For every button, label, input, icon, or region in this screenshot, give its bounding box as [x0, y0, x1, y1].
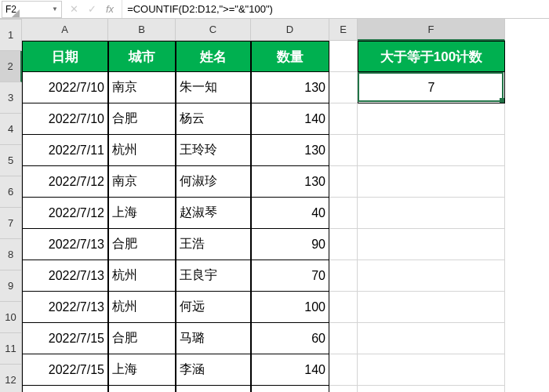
col-header-C[interactable]: C	[176, 19, 251, 41]
cell-E2[interactable]	[329, 72, 358, 103]
formula-bar: F2 ▼ ✕ ✓ fx =COUNTIF(D2:D12,">="&"100")	[0, 0, 549, 19]
row-header-1[interactable]: 1	[0, 20, 22, 51]
cell-A8[interactable]: 2022/7/13	[22, 260, 108, 292]
cell-F6[interactable]	[358, 198, 505, 229]
row-header-12[interactable]: 12	[0, 365, 22, 392]
cell-C12[interactable]: 李怡佳	[176, 386, 251, 392]
cell-E3[interactable]	[329, 103, 358, 135]
row-header-8[interactable]: 8	[0, 239, 22, 270]
confirm-icon: ✓	[88, 3, 96, 15]
cell-D11[interactable]: 140	[251, 354, 329, 386]
cell-E8[interactable]	[329, 260, 358, 292]
cell-D3[interactable]: 140	[251, 103, 329, 135]
cell-E5[interactable]	[329, 166, 358, 198]
cell-A6[interactable]: 2022/7/12	[22, 198, 108, 229]
cell-E12[interactable]	[329, 386, 358, 392]
cell-A7[interactable]: 2022/7/13	[22, 229, 108, 260]
cell-F2[interactable]: 7	[358, 72, 505, 103]
cell-B3[interactable]: 合肥	[108, 103, 176, 135]
cell-C11[interactable]: 李涵	[176, 354, 251, 386]
row-header-7[interactable]: 7	[0, 208, 22, 239]
cell-A10[interactable]: 2022/7/15	[22, 323, 108, 354]
cell-A3[interactable]: 2022/7/10	[22, 103, 108, 135]
col-header-E[interactable]: E	[329, 19, 358, 41]
cell-C7[interactable]: 王浩	[176, 229, 251, 260]
name-box[interactable]: F2 ▼	[2, 1, 62, 18]
cell-B10[interactable]: 合肥	[108, 323, 176, 354]
cell-A12[interactable]: 2022/7/16	[22, 386, 108, 392]
header-B[interactable]: 城市	[108, 41, 176, 72]
row-header-3[interactable]: 3	[0, 82, 22, 114]
cell-D6[interactable]: 40	[251, 198, 329, 229]
cell-F3[interactable]	[358, 103, 505, 135]
cancel-icon: ✕	[70, 3, 78, 15]
cell-C4[interactable]: 王玲玲	[176, 135, 251, 166]
cell-D9[interactable]: 100	[251, 292, 329, 323]
cell-B8[interactable]: 杭州	[108, 260, 176, 292]
cell-B2[interactable]: 南京	[108, 72, 176, 103]
cell-B9[interactable]: 杭州	[108, 292, 176, 323]
cell-B7[interactable]: 合肥	[108, 229, 176, 260]
cell-A9[interactable]: 2022/7/13	[22, 292, 108, 323]
row-header-11[interactable]: 11	[0, 333, 22, 365]
cell-B6[interactable]: 上海	[108, 198, 176, 229]
cell-F12[interactable]	[358, 386, 505, 392]
cell-B11[interactable]: 上海	[108, 354, 176, 386]
col-header-B[interactable]: B	[108, 19, 176, 41]
cell-C3[interactable]: 杨云	[176, 103, 251, 135]
cell-F5[interactable]	[358, 166, 505, 198]
cell-D7[interactable]: 90	[251, 229, 329, 260]
cell-B12[interactable]: 南京	[108, 386, 176, 392]
row-header-4[interactable]: 4	[0, 114, 22, 145]
col-header-F[interactable]: F	[358, 19, 505, 41]
cell-C10[interactable]: 马璐	[176, 323, 251, 354]
cell-E6[interactable]	[329, 198, 358, 229]
header-F[interactable]: 大于等于100计数	[358, 41, 505, 72]
formula-bar-buttons: ✕ ✓ fx	[62, 0, 122, 18]
col-header-D[interactable]: D	[251, 19, 329, 41]
row-header-5[interactable]: 5	[0, 145, 22, 176]
cell-A4[interactable]: 2022/7/11	[22, 135, 108, 166]
cell-D12[interactable]: 130	[251, 386, 329, 392]
cell-C6[interactable]: 赵淑琴	[176, 198, 251, 229]
row-header-2[interactable]: 2	[0, 51, 22, 82]
fx-icon[interactable]: fx	[106, 3, 114, 15]
cell-C8[interactable]: 王良宇	[176, 260, 251, 292]
row-header-10[interactable]: 10	[0, 302, 22, 333]
cell-D8[interactable]: 70	[251, 260, 329, 292]
spreadsheet: 123456789101112 ABCDEF 日期城市姓名数量大于等于100计数…	[0, 19, 549, 392]
col-header-A[interactable]: A	[22, 19, 108, 41]
cell-A5[interactable]: 2022/7/12	[22, 166, 108, 198]
row-header-6[interactable]: 6	[0, 176, 22, 208]
cell-D2[interactable]: 130	[251, 72, 329, 103]
cell-E1[interactable]	[329, 41, 358, 72]
cell-B5[interactable]: 南京	[108, 166, 176, 198]
cell-F7[interactable]	[358, 229, 505, 260]
cell-D5[interactable]: 130	[251, 166, 329, 198]
cell-F9[interactable]	[358, 292, 505, 323]
cell-E9[interactable]	[329, 292, 358, 323]
header-C[interactable]: 姓名	[176, 41, 251, 72]
header-A[interactable]: 日期	[22, 41, 108, 72]
cell-C9[interactable]: 何远	[176, 292, 251, 323]
select-all-corner[interactable]	[0, 19, 22, 20]
cell-F8[interactable]	[358, 260, 505, 292]
row-header-9[interactable]: 9	[0, 270, 22, 302]
formula-input[interactable]: =COUNTIF(D2:D12,">="&"100")	[122, 0, 549, 18]
header-D[interactable]: 数量	[251, 41, 329, 72]
cell-A11[interactable]: 2022/7/15	[22, 354, 108, 386]
cell-E10[interactable]	[329, 323, 358, 354]
cell-E11[interactable]	[329, 354, 358, 386]
cell-C5[interactable]: 何淑珍	[176, 166, 251, 198]
cell-E7[interactable]	[329, 229, 358, 260]
cell-A2[interactable]: 2022/7/10	[22, 72, 108, 103]
cell-D10[interactable]: 60	[251, 323, 329, 354]
cell-C2[interactable]: 朱一知	[176, 72, 251, 103]
cell-F11[interactable]	[358, 354, 505, 386]
cell-F4[interactable]	[358, 135, 505, 166]
cell-B4[interactable]: 杭州	[108, 135, 176, 166]
chevron-down-icon[interactable]: ▼	[52, 5, 58, 13]
cell-F10[interactable]	[358, 323, 505, 354]
cell-D4[interactable]: 130	[251, 135, 329, 166]
cell-E4[interactable]	[329, 135, 358, 166]
